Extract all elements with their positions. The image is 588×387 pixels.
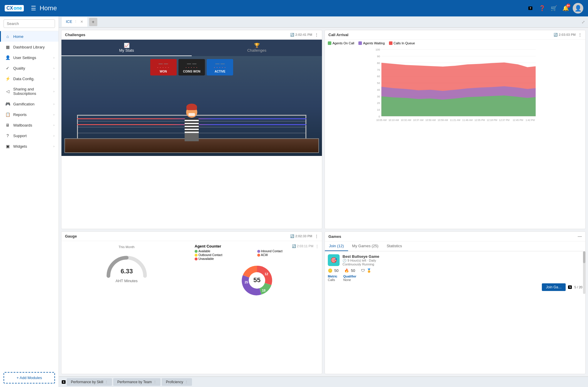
svg-text:100: 100 [375, 48, 380, 51]
sharing-icon: ◁ [5, 89, 10, 94]
svg-text:10: 10 [377, 108, 380, 111]
call-arrival-header: Call Arrival 🔄 2:03:03 PM ⋮ [325, 30, 585, 40]
game-info: Best Bullseye Game 🕐 9 Hour(s) left · Da… [343, 254, 379, 266]
game-stat-coins2: 🔥 50 [344, 268, 355, 273]
legend-agents-waiting: Agents Waiting [358, 41, 385, 45]
boxing-ring: — — • • • • • WON — — • • • • • COINS WO… [61, 56, 322, 156]
sidebar-item-reports[interactable]: 📋 Reports › [0, 109, 59, 120]
sidebar-nav: ⌂ Home ▦ Dashboard Library 👤 User Settin… [0, 31, 59, 369]
svg-text:25: 25 [244, 280, 248, 284]
legend-label-agents-on-call: Agents On Call [333, 41, 354, 45]
tab-ice[interactable]: ICE ⋮ ✕ [62, 17, 87, 27]
tab-add-button[interactable]: + [89, 18, 97, 26]
challenges-options-icon[interactable]: ⋮ [315, 33, 318, 37]
my-stats-tab[interactable]: 📈 My Stats [61, 40, 192, 56]
metric-label: Metric [328, 275, 337, 278]
svg-text:55: 55 [253, 276, 260, 284]
avatar[interactable]: 👤 [573, 3, 583, 14]
add-modules-button[interactable]: + Add Modules [4, 372, 55, 383]
sidebar-item-data-config[interactable]: ⚡ Data Config. › [0, 73, 59, 84]
game-stat-coins1: 🪙 50 [328, 268, 338, 273]
search-input[interactable] [4, 19, 55, 28]
games-list: 🎯 Best Bullseye Game 🕐 9 Hour(s) left · … [325, 251, 585, 294]
svg-text:11:21 AM: 11:21 AM [450, 119, 460, 122]
dashboard-grid: Challenges 🔄 2:02:41 PM ⋮ 📈 My Stats [59, 28, 588, 376]
performance-by-skill-label: Performance by Skill [71, 380, 103, 384]
support-icon: ? [5, 133, 10, 138]
games-options-icon[interactable]: — [578, 234, 582, 239]
svg-text:10:32 AM: 10:32 AM [401, 119, 411, 122]
notification-badge: 0+ [566, 4, 570, 8]
help-icon[interactable]: ❓ [537, 4, 547, 13]
svg-text:18: 18 [262, 289, 265, 292]
agent-counter-options-icon[interactable]: ⋮ [315, 244, 319, 248]
tab-options-icon[interactable]: ⋮ [74, 20, 77, 23]
tab-my-games[interactable]: My Games (25) [348, 241, 383, 251]
sidebar-item-user-settings[interactable]: 👤 User Settings › [0, 52, 59, 63]
top-header: CX one ☰ Home 7 ❓ 🛒 🔔 0+ 👤 [0, 0, 588, 16]
coins-value: — — [183, 61, 201, 66]
chevron-right-icon: › [54, 90, 54, 93]
available-label: Available [198, 250, 210, 253]
skill-tab-more-icon[interactable]: ⋮ [105, 380, 108, 383]
wallboards-icon: 🖥 [5, 123, 10, 127]
gauge-title: Gauge [65, 234, 77, 238]
sidebar-item-label: Support [13, 134, 51, 138]
stats-row: — — • • • • • WON — — • • • • • COINS WO… [150, 59, 233, 75]
metric-field: Metric Calls [328, 275, 337, 282]
svg-text:10:50 AM: 10:50 AM [425, 119, 436, 122]
expand-icon[interactable]: ⤢ [582, 20, 585, 24]
chevron-right-icon: › [54, 124, 54, 127]
sidebar-item-home[interactable]: ⌂ Home [0, 31, 59, 42]
challenges-icon: 🏆 [195, 43, 319, 48]
game-status: Continuously Running [343, 263, 379, 266]
tab-label: ICE [66, 19, 72, 24]
challenges-tab[interactable]: 🏆 Challenges [192, 40, 322, 56]
tab-statistics[interactable]: Statistics [382, 241, 406, 251]
sidebar-item-dashboard-library[interactable]: ▦ Dashboard Library [0, 42, 59, 52]
chevron-right-icon: › [54, 113, 54, 116]
team-tab-more-icon[interactable]: ⋮ [153, 380, 156, 383]
games-scrollbar-thumb[interactable] [583, 251, 585, 263]
agent-counter-title: Agent Counter [195, 244, 221, 248]
gauge-options-icon[interactable]: ⋮ [315, 234, 318, 238]
games-scrollbar[interactable] [583, 251, 585, 294]
bottom-tab-proficiency[interactable]: Proficiency ⋮ [162, 378, 192, 386]
sidebar-item-gamification[interactable]: 🎮 Gamification › [0, 99, 59, 109]
proficiency-tab-more-icon[interactable]: ⋮ [185, 380, 188, 383]
bottom-tab-skill[interactable]: Performance by Skill ⋮ [67, 378, 112, 386]
tab-close-icon[interactable]: ✕ [80, 20, 83, 24]
tab-join[interactable]: Join (12) [325, 241, 348, 251]
sidebar-item-support[interactable]: ? Support › [0, 130, 59, 141]
coin-icon: 🪙 [328, 268, 333, 273]
badge-6: 6 [62, 380, 66, 384]
layout: ⌂ Home ▦ Dashboard Library 👤 User Settin… [0, 16, 588, 387]
active-dots: • • • • • [211, 66, 228, 69]
medal-icon: 🏅 [367, 268, 371, 273]
sidebar-item-quality[interactable]: ✓ Quality › [0, 63, 59, 73]
sidebar-item-sharing[interactable]: ◁ Sharing and Subscriptions › [0, 84, 59, 99]
svg-text:1:42 PM: 1:42 PM [526, 119, 535, 122]
svg-text:10:59 AM: 10:59 AM [438, 119, 448, 122]
bottom-tab-team[interactable]: Performance by Team ⋮ [113, 378, 161, 386]
gauge-period: This Month [118, 244, 134, 250]
svg-text:60: 60 [377, 75, 380, 78]
game-stat-badge: 🛡 🏅 [361, 268, 371, 273]
sidebar-item-wallboards[interactable]: 🖥 Wallboards › [0, 120, 59, 130]
agent-legend: Available Inbound Contact Outbound Conta… [195, 250, 319, 260]
join-game-button[interactable]: Join Ga… [542, 283, 566, 291]
cart-icon[interactable]: 🛒 [549, 4, 559, 13]
sidebar-item-widgets[interactable]: ▣ Widgets › [0, 141, 59, 152]
call-arrival-options-icon[interactable]: ⋮ [578, 33, 582, 37]
won-stat-box: — — • • • • • WON [150, 59, 177, 75]
legend-outbound: Outbound Contact [195, 253, 257, 257]
clock-icon: 🕐 [343, 259, 347, 262]
notification-icon[interactable]: 🔔 0+ [561, 4, 570, 13]
reports-icon: 📋 [5, 112, 10, 117]
area-chart-svg: 100 90 80 70 60 50 40 30 20 10 0 [328, 47, 582, 123]
hamburger-icon[interactable]: ☰ [31, 5, 36, 12]
legend-agents-on-call: Agents On Call [328, 41, 354, 45]
sidebar-item-label: Home [13, 34, 54, 39]
svg-text:80: 80 [377, 62, 380, 65]
game-actions: Join Ga… 5 5 / 20 [328, 283, 582, 291]
